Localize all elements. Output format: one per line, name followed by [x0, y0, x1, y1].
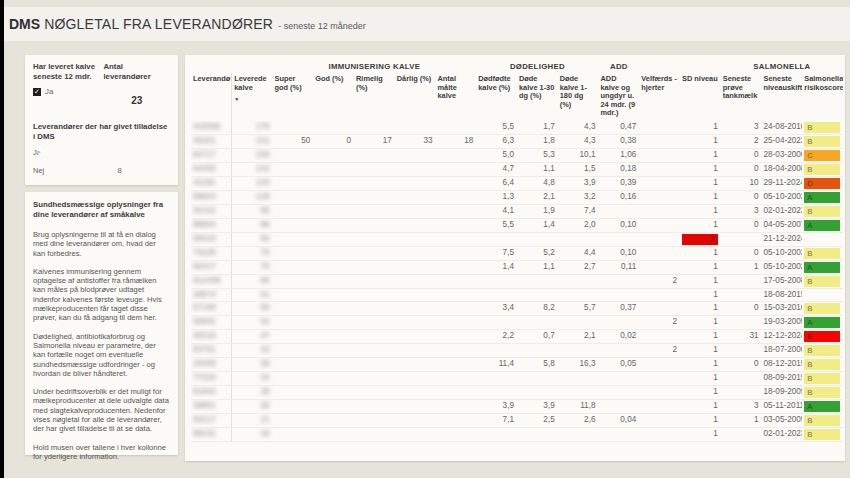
cell-id[interactable]: 40216 [191, 329, 232, 343]
cell-kalve[interactable]: 82 [232, 232, 273, 246]
cell-god[interactable] [313, 190, 354, 204]
cell-maalte[interactable] [436, 343, 477, 357]
column-header-add[interactable]: ADD kalve og ungdyr u. 24 mdr. (9 mdr.) [599, 73, 640, 121]
cell-god[interactable] [313, 288, 354, 301]
cell-dodf[interactable] [476, 232, 517, 246]
cell-maalte[interactable] [436, 288, 477, 301]
cell-maalte[interactable] [436, 413, 477, 427]
salmonella-score-badge[interactable]: B [804, 206, 840, 217]
cell-kalve[interactable]: 38 [232, 357, 273, 371]
column-header-sg[interactable]: Super god (%) [273, 73, 314, 121]
cell-add[interactable]: 0,11 [599, 260, 640, 274]
cell-d180[interactable]: 5,7 [558, 301, 599, 315]
cell-skifte[interactable]: 05-11-2011 [762, 399, 803, 413]
cell-velf[interactable] [639, 134, 680, 148]
cell-sg[interactable] [273, 288, 314, 301]
cell-dodf[interactable]: 4,1 [476, 204, 517, 218]
cell-dar[interactable] [395, 427, 436, 441]
cell-kalve[interactable]: 29 [232, 385, 273, 399]
cell-prove[interactable]: 0 [721, 357, 762, 371]
cell-prove[interactable] [721, 427, 762, 441]
cell-velf[interactable] [639, 190, 680, 204]
cell-d30[interactable]: 5,8 [517, 357, 558, 371]
cell-sd[interactable]: 1 [680, 301, 721, 315]
cell-sd[interactable]: 1 [680, 371, 721, 385]
cell-d30[interactable]: 2,1 [517, 190, 558, 204]
cell-kalve[interactable]: 88 [232, 218, 273, 232]
cell-prove[interactable] [721, 371, 762, 385]
cell-dodf[interactable]: 11,4 [476, 357, 517, 371]
cell-d30[interactable]: 1,1 [517, 162, 558, 176]
cell-kalve[interactable]: 176 [232, 121, 273, 135]
cell-sd[interactable]: 1 [680, 399, 721, 413]
cell-velf[interactable]: 2 [639, 343, 680, 357]
cell-god[interactable] [313, 176, 354, 190]
cell-score[interactable]: B [802, 385, 843, 399]
cell-score[interactable]: A [802, 315, 843, 329]
cell-maalte[interactable] [436, 357, 477, 371]
salmonella-score-badge[interactable]: B [804, 345, 840, 356]
cell-id[interactable]: 84717 [191, 148, 232, 162]
cell-velf[interactable] [639, 176, 680, 190]
cell-dodf[interactable]: 3,4 [476, 301, 517, 315]
cell-skifte[interactable]: 28-03-2006 [762, 148, 803, 162]
cell-d30[interactable]: 3,9 [517, 399, 558, 413]
cell-add[interactable]: 0,18 [599, 162, 640, 176]
cell-prove[interactable]: 2 [721, 134, 762, 148]
cell-rim[interactable] [354, 343, 395, 357]
cell-id[interactable]: 55902 [191, 315, 232, 329]
cell-dar[interactable] [395, 413, 436, 427]
cell-kalve[interactable]: 21 [232, 413, 273, 427]
cell-add[interactable] [599, 371, 640, 385]
cell-score[interactable]: E [802, 329, 843, 343]
cell-skifte[interactable]: 12-12-2024 [762, 329, 803, 343]
cell-velf[interactable] [639, 260, 680, 274]
column-header-god[interactable]: God (%) [313, 73, 354, 121]
cell-score[interactable]: D [802, 176, 843, 190]
cell-dar[interactable] [395, 232, 436, 246]
cell-velf[interactable] [639, 427, 680, 441]
cell-dodf[interactable]: 7,5 [476, 246, 517, 260]
cell-sd[interactable]: 1 [680, 357, 721, 371]
cell-kalve[interactable]: 142 [232, 162, 273, 176]
cell-prove[interactable] [721, 288, 762, 301]
cell-d180[interactable] [558, 427, 599, 441]
cell-sd[interactable]: 1 [680, 427, 721, 441]
cell-sg[interactable] [273, 329, 314, 343]
column-header-skifte[interactable]: Seneste niveauskifte [762, 73, 803, 121]
cell-skifte[interactable]: 02-01-2023 [762, 427, 803, 441]
cell-d180[interactable]: 4,3 [558, 121, 599, 135]
cell-d180[interactable]: 3,2 [558, 190, 599, 204]
cell-d30[interactable] [517, 288, 558, 301]
cell-god[interactable] [313, 260, 354, 274]
salmonella-score-badge[interactable]: D [804, 178, 840, 189]
cell-velf[interactable] [639, 218, 680, 232]
cell-dar[interactable] [395, 329, 436, 343]
cell-rim[interactable] [354, 288, 395, 301]
cell-skifte[interactable]: 04-05-2007 [762, 218, 803, 232]
cell-rim[interactable] [354, 301, 395, 315]
cell-velf[interactable] [639, 413, 680, 427]
cell-id[interactable]: 83751 [191, 343, 232, 357]
cell-dar[interactable] [395, 204, 436, 218]
cell-sd[interactable]: 1 [680, 288, 721, 301]
cell-maalte[interactable] [436, 274, 477, 288]
salmonella-score-badge[interactable]: A [804, 220, 840, 231]
cell-prove[interactable]: 0 [721, 190, 762, 204]
cell-sd[interactable]: 1 [680, 121, 721, 135]
cell-rim[interactable] [354, 274, 395, 288]
cell-prove[interactable]: 3 [721, 399, 762, 413]
cell-d180[interactable]: 4,3 [558, 134, 599, 148]
cell-dodf[interactable]: 6,4 [476, 176, 517, 190]
cell-add[interactable] [599, 399, 640, 413]
cell-score[interactable]: B [802, 357, 843, 371]
cell-prove[interactable] [721, 274, 762, 288]
cell-dodf[interactable]: 7,1 [476, 413, 517, 427]
cell-dar[interactable] [395, 343, 436, 357]
column-header-id[interactable]: Leverandør [191, 73, 232, 121]
cell-sd[interactable]: 1 [680, 329, 721, 343]
cell-rim[interactable] [354, 232, 395, 246]
cell-maalte[interactable] [436, 301, 477, 315]
cell-god[interactable] [313, 148, 354, 162]
cell-kalve[interactable]: 70 [232, 260, 273, 274]
